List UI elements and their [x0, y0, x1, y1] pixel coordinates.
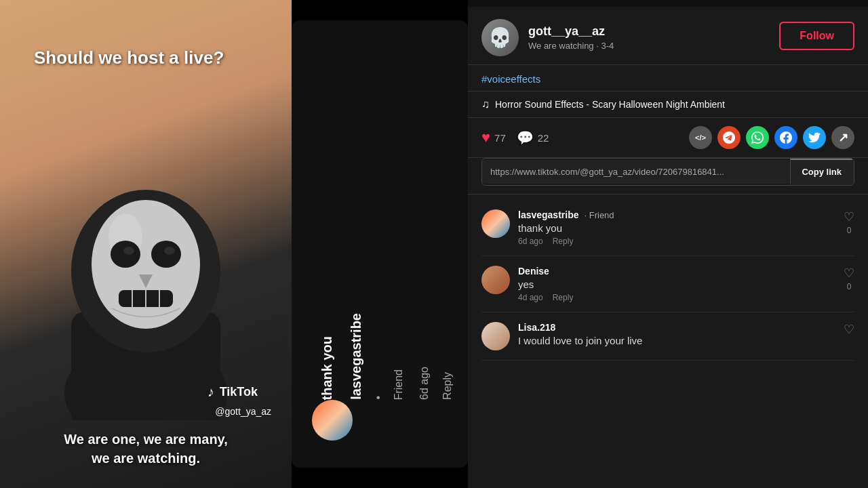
- comment-time-1: 6d ago: [518, 237, 543, 246]
- comment-body-1: lasvegastribe · Friend thank you 6d ago …: [518, 209, 854, 246]
- comment-header-1: lasvegastribe · Friend: [518, 209, 854, 220]
- music-title[interactable]: Horror Sound Effects - Scary Halloween N…: [495, 99, 725, 110]
- embed-button[interactable]: </>: [689, 126, 712, 149]
- overlay-reply-label[interactable]: Reply: [441, 372, 454, 400]
- comment-group: 💬 22: [517, 129, 549, 146]
- svg-point-8: [123, 247, 134, 255]
- video-player[interactable]: Should we host a live?: [0, 0, 292, 488]
- comment-body-2: Denise yes 4d ago Reply: [518, 266, 854, 302]
- svg-point-7: [151, 241, 181, 268]
- right-panel: 💀 gott__ya__az We are watching · 3-4 Fol…: [468, 0, 868, 488]
- svg-point-4: [92, 200, 200, 329]
- comment-meta-1: 6d ago Reply: [518, 237, 854, 246]
- tiktok-brand: ♪ TikTok: [208, 384, 258, 400]
- comment-text-2: yes: [518, 279, 854, 290]
- comment-friend-badge-1: · Friend: [585, 210, 614, 220]
- comment-body-3: Lisa.218 I would love to join your live: [518, 322, 854, 349]
- comment-header-2: Denise: [518, 266, 854, 277]
- link-url-text: https://www.tiktok.com/@gott_ya_az/video…: [482, 160, 790, 184]
- telegram-button[interactable]: [717, 126, 741, 149]
- comment-bubble-icon[interactable]: 💬: [517, 129, 534, 146]
- tiktok-brand-name: TikTok: [220, 385, 258, 399]
- overlay-comment-username: lasvegastribe: [349, 313, 364, 400]
- copy-link-button[interactable]: Copy link: [790, 159, 854, 185]
- music-note-icon: ♫: [481, 98, 490, 110]
- comment-like-count-1: 0: [847, 226, 852, 235]
- comment-time-2: 4d ago: [518, 293, 543, 302]
- comment-text-3: I would love to join your live: [518, 335, 854, 346]
- comment-heart-icon-2[interactable]: ♡: [844, 266, 854, 281]
- overlay-comment: thank you lasvegastribe • Friend 6d ago …: [319, 313, 454, 400]
- comment-item: lasvegastribe · Friend thank you 6d ago …: [481, 200, 854, 256]
- comment-username-3: Lisa.218: [518, 322, 555, 333]
- share-icons: </> ↗: [689, 126, 854, 149]
- comment-count: 22: [538, 132, 549, 144]
- svg-point-6: [111, 241, 140, 268]
- avatar-image: 💀: [481, 19, 519, 56]
- divider: [468, 194, 868, 195]
- tiktok-note-icon: ♪: [208, 384, 214, 400]
- facebook-button[interactable]: [774, 126, 797, 149]
- video-question-text: Should we host a live?: [34, 47, 224, 68]
- like-count: 77: [494, 132, 506, 144]
- comment-text-1: thank you: [518, 222, 854, 234]
- overlay-friend-badge: •: [372, 396, 384, 400]
- caption-line2: we are watching.: [92, 451, 200, 466]
- video-section: Should we host a live?: [0, 0, 468, 488]
- comment-heart-icon-1[interactable]: ♡: [844, 209, 854, 224]
- comment-avatar-denise: [481, 266, 510, 294]
- caption-line1: We are one, we are many,: [64, 432, 228, 447]
- comment-like-count-2: 0: [847, 282, 852, 291]
- comment-username-2: Denise: [518, 266, 549, 277]
- overlay-comment-time: 6d ago: [418, 367, 431, 400]
- hashtag-section: #voiceeffects: [468, 65, 868, 92]
- comment-item-2: Denise yes 4d ago Reply ♡ 0: [481, 256, 854, 312]
- top-bar: [468, 0, 868, 7]
- tiktok-handle: @gott_ya_az: [215, 406, 271, 417]
- music-section: ♫ Horror Sound Effects - Scary Halloween…: [468, 92, 868, 118]
- heart-icon[interactable]: ♥: [481, 129, 490, 146]
- comment-like-3: ♡: [844, 322, 854, 337]
- comment-reply-1[interactable]: Reply: [553, 237, 574, 246]
- skull-avatar-icon: 💀: [488, 26, 512, 49]
- comment-header-3: Lisa.218: [518, 322, 854, 333]
- comments-section[interactable]: lasvegastribe · Friend thank you 6d ago …: [468, 200, 868, 488]
- comment-item-3: Lisa.218 I would love to join your live …: [481, 312, 854, 361]
- comment-meta-2: 4d ago Reply: [518, 293, 854, 302]
- comment-like-1: ♡ 0: [844, 209, 854, 235]
- overlay-comment-text: thank you: [319, 336, 335, 400]
- rotated-comment-container: thank you lasvegastribe • Friend 6d ago …: [292, 20, 468, 454]
- twitter-button[interactable]: [803, 126, 826, 149]
- more-share-button[interactable]: ↗: [831, 126, 854, 149]
- profile-section: 💀 gott__ya__az We are watching · 3-4 Fol…: [468, 7, 868, 65]
- overlay-friend-label: Friend: [393, 369, 405, 400]
- comment-avatar-lisa: [481, 322, 510, 350]
- comment-reply-2[interactable]: Reply: [553, 293, 574, 302]
- comment-overlay: thank you lasvegastribe • Friend 6d ago …: [292, 20, 468, 468]
- comment-username-1: lasvegastribe: [518, 209, 579, 220]
- link-section: https://www.tiktok.com/@gott_ya_az/video…: [481, 158, 854, 186]
- whatsapp-button[interactable]: [746, 126, 769, 149]
- video-figure: [51, 136, 241, 420]
- profile-avatar: 💀: [481, 19, 519, 56]
- overlay-comment-avatar: [312, 400, 353, 441]
- svg-point-9: [164, 247, 175, 255]
- video-caption: We are one, we are many, we are watching…: [14, 430, 278, 468]
- comment-avatar-lasvegastribe: [481, 209, 510, 238]
- hashtag-text[interactable]: #voiceeffects: [481, 73, 540, 85]
- comment-like-2: ♡ 0: [844, 266, 854, 291]
- like-group: ♥ 77: [481, 129, 506, 146]
- comment-heart-icon-3[interactable]: ♡: [844, 322, 854, 337]
- actions-section: ♥ 77 💬 22 </> ↗: [468, 118, 868, 158]
- follow-button[interactable]: Follow: [779, 22, 854, 50]
